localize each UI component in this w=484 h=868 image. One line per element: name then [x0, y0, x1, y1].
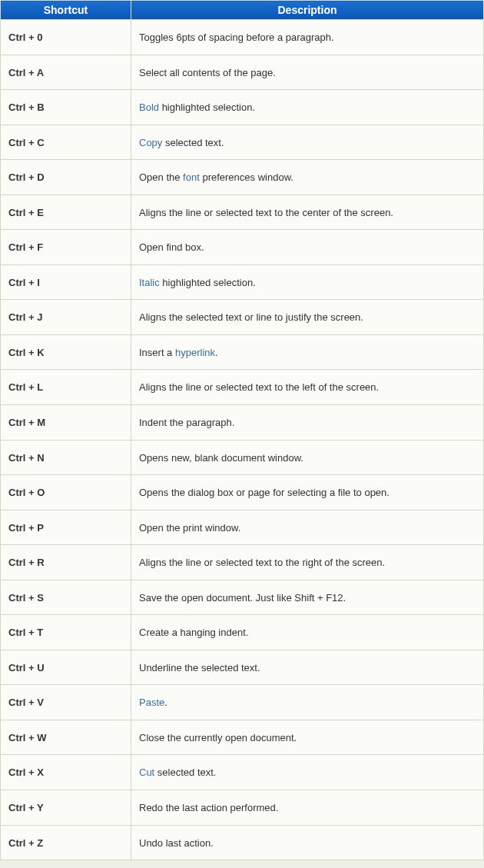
description-cell: Save the open document. Just like Shift …: [131, 580, 484, 615]
description-text: Underline the selected text.: [139, 662, 260, 673]
description-text: Redo the last action performed.: [139, 802, 278, 813]
term-link[interactable]: Cut: [139, 767, 154, 778]
table-row: Ctrl + ZUndo last action.: [1, 825, 484, 860]
shortcut-cell: Ctrl + N: [1, 440, 131, 475]
table-row: Ctrl + 0Toggles 6pts of spacing before a…: [1, 20, 484, 55]
description-cell: Cut selected text.: [131, 755, 484, 790]
shortcut-cell: Ctrl + W: [1, 720, 131, 755]
description-cell: Undo last action.: [131, 825, 484, 860]
description-cell: Underline the selected text.: [131, 650, 484, 685]
description-text: Opens the dialog box or page for selecti…: [139, 487, 390, 498]
description-text: Open the: [139, 171, 183, 183]
description-cell: Paste.: [131, 685, 484, 720]
shortcut-cell: Ctrl + Z: [1, 825, 131, 860]
description-text: Aligns the line or selected text to the …: [139, 381, 379, 393]
table-header-row: Shortcut Description: [1, 1, 484, 20]
table-row: Ctrl + SSave the open document. Just lik…: [1, 580, 484, 615]
description-cell: Aligns the selected text or line to just…: [131, 300, 484, 335]
table-row: Ctrl + BBold highlighted selection.: [1, 90, 484, 125]
shortcut-cell: Ctrl + X: [1, 755, 131, 790]
description-text: .: [164, 697, 167, 708]
shortcut-cell: Ctrl + M: [1, 405, 131, 441]
shortcut-cell: Ctrl + K: [1, 334, 131, 370]
shortcut-cell: Ctrl + O: [1, 475, 131, 510]
table-row: Ctrl + MIndent the paragraph.: [1, 405, 484, 441]
description-text: Undo last action.: [139, 837, 214, 849]
shortcut-cell: Ctrl + S: [1, 580, 131, 615]
shortcut-cell: Ctrl + U: [1, 650, 131, 685]
shortcut-cell: Ctrl + L: [1, 370, 131, 405]
table-row: Ctrl + YRedo the last action performed.: [1, 790, 484, 826]
description-text: Insert a: [139, 347, 175, 358]
description-text: Aligns the selected text or line to just…: [139, 311, 363, 323]
description-text: Open the print window.: [139, 522, 240, 534]
term-link[interactable]: Copy: [139, 137, 162, 148]
table-row: Ctrl + WClose the currently open documen…: [1, 720, 484, 755]
description-cell: Opens new, blank document window.: [131, 440, 484, 475]
description-cell: Bold highlighted selection.: [131, 90, 484, 125]
table-row: Ctrl + KInsert a hyperlink.: [1, 334, 484, 370]
shortcut-cell: Ctrl + A: [1, 55, 131, 90]
shortcut-cell: Ctrl + J: [1, 300, 131, 335]
description-cell: Aligns the line or selected text to the …: [131, 195, 484, 230]
table-row: Ctrl + CCopy selected text.: [1, 125, 484, 160]
description-text: Aligns the line or selected text to the …: [139, 557, 385, 568]
description-text: Aligns the line or selected text to the …: [139, 207, 393, 218]
header-shortcut: Shortcut: [1, 1, 131, 20]
table-row: Ctrl + POpen the print window.: [1, 510, 484, 545]
description-cell: Aligns the line or selected text to the …: [131, 545, 484, 580]
description-text: Save the open document. Just like Shift …: [139, 592, 346, 604]
description-cell: Toggles 6pts of spacing before a paragra…: [131, 20, 484, 55]
description-cell: Open the font preferences window.: [131, 160, 484, 195]
description-cell: Italic highlighted selection.: [131, 264, 484, 300]
description-cell: Close the currently open document.: [131, 720, 484, 755]
table-row: Ctrl + DOpen the font preferences window…: [1, 160, 484, 195]
description-text: highlighted selection.: [160, 277, 256, 288]
table-row: Ctrl + JAligns the selected text or line…: [1, 300, 484, 335]
description-cell: Indent the paragraph.: [131, 405, 484, 441]
description-text: Opens new, blank document window.: [139, 452, 303, 464]
table-row: Ctrl + NOpens new, blank document window…: [1, 440, 484, 475]
description-text: preferences window.: [200, 171, 293, 183]
description-cell: Create a hanging indent.: [131, 615, 484, 650]
description-cell: Aligns the line or selected text to the …: [131, 370, 484, 405]
description-text: .: [215, 347, 218, 358]
term-link[interactable]: Italic: [139, 277, 160, 288]
shortcut-cell: Ctrl + C: [1, 125, 131, 160]
term-link[interactable]: hyperlink: [175, 347, 215, 358]
description-cell: Copy selected text.: [131, 125, 484, 160]
description-text: selected text.: [162, 137, 224, 148]
description-text: selected text.: [154, 767, 216, 778]
description-text: Indent the paragraph.: [139, 417, 234, 428]
table-row: Ctrl + FOpen find box.: [1, 230, 484, 265]
shortcut-cell: Ctrl + B: [1, 90, 131, 125]
table-row: Ctrl + UUnderline the selected text.: [1, 650, 484, 685]
description-cell: Redo the last action performed.: [131, 790, 484, 826]
table-row: Ctrl + OOpens the dialog box or page for…: [1, 475, 484, 510]
table-row: Ctrl + ASelect all contents of the page.: [1, 55, 484, 90]
description-cell: Insert a hyperlink.: [131, 334, 484, 370]
table-row: Ctrl + VPaste.: [1, 685, 484, 720]
table-row: Ctrl + RAligns the line or selected text…: [1, 545, 484, 580]
description-cell: Open find box.: [131, 230, 484, 265]
shortcut-cell: Ctrl + D: [1, 160, 131, 195]
header-description: Description: [131, 1, 484, 20]
table-row: Ctrl + TCreate a hanging indent.: [1, 615, 484, 650]
shortcut-cell: Ctrl + E: [1, 195, 131, 230]
term-link[interactable]: font: [183, 171, 200, 183]
shortcut-cell: Ctrl + 0: [1, 20, 131, 55]
shortcut-cell: Ctrl + I: [1, 264, 131, 300]
shortcut-cell: Ctrl + V: [1, 685, 131, 720]
shortcut-cell: Ctrl + P: [1, 510, 131, 545]
table-row: Ctrl + EAligns the line or selected text…: [1, 195, 484, 230]
description-text: Toggles 6pts of spacing before a paragra…: [139, 32, 334, 43]
description-text: Select all contents of the page.: [139, 67, 276, 78]
term-link[interactable]: Paste: [139, 697, 164, 708]
shortcuts-table: Shortcut Description Ctrl + 0Toggles 6pt…: [0, 0, 484, 860]
table-row: Ctrl + IItalic highlighted selection.: [1, 264, 484, 300]
description-cell: Opens the dialog box or page for selecti…: [131, 475, 484, 510]
description-text: Open find box.: [139, 241, 204, 253]
table-row: Ctrl + LAligns the line or selected text…: [1, 370, 484, 405]
shortcut-cell: Ctrl + F: [1, 230, 131, 265]
term-link[interactable]: Bold: [139, 101, 159, 113]
